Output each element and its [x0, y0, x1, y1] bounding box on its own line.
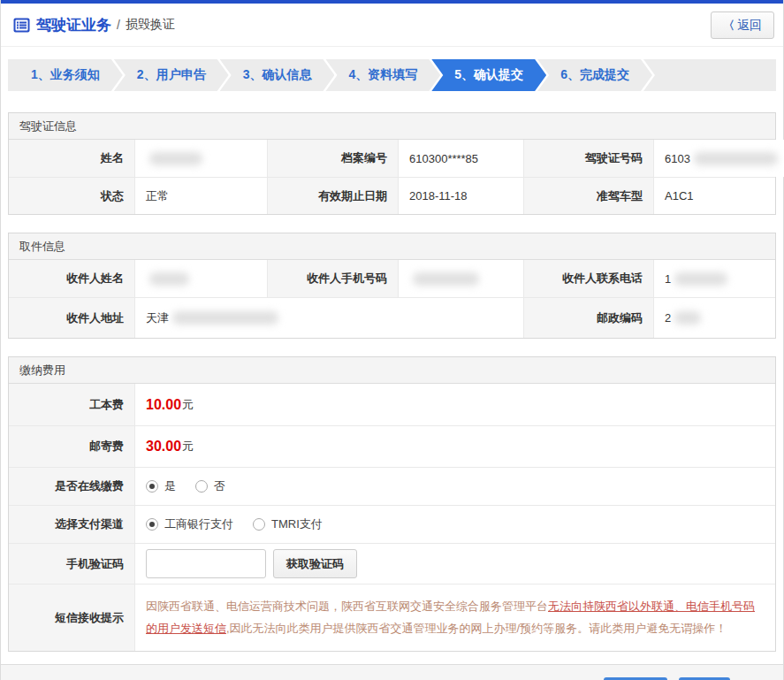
step-1-business-notice: 1、业务须知 — [8, 59, 123, 91]
license-menu-icon — [13, 17, 30, 34]
step-4-fill-materials: 4、资料填写 — [325, 59, 440, 91]
tmri-pay-label: TMRI支付 — [271, 516, 323, 532]
name-value — [134, 140, 267, 177]
postal-code-label: 邮政编码 — [523, 297, 653, 338]
step-5-confirm-submit: 5、确认提交 — [431, 59, 546, 91]
postal-code-value: 2 — [653, 297, 775, 338]
license-section-title: 驾驶证信息 — [9, 113, 775, 140]
main-content: 驾驶证信息 姓名 档案编号 610300****85 驾驶证号码 6103 状态… — [1, 91, 783, 652]
redacted-value — [172, 311, 278, 325]
sms-notice-label: 短信接收提示 — [9, 584, 134, 651]
prev-step-button[interactable]: 上一步 — [604, 677, 667, 680]
back-button-label: 返回 — [737, 18, 762, 34]
expiry-label: 有效期止日期 — [267, 177, 398, 214]
license-no-value: 6103 — [653, 140, 784, 177]
radio-tmri[interactable] — [253, 518, 265, 531]
production-fee-value: 10.00元 — [134, 384, 775, 425]
status-label: 状态 — [9, 177, 134, 214]
notice-text: 因陕西省联通、电信运营商技术问题，陕西省互联网交通安全综合服务管理平台 — [146, 600, 548, 613]
file-no-label: 档案编号 — [267, 140, 398, 177]
recipient-name-value — [134, 260, 267, 297]
payment-section-title: 缴纳费用 — [9, 357, 775, 384]
mailing-fee-label: 邮寄费 — [9, 425, 134, 467]
payment-channel-label: 选择支付渠道 — [9, 505, 134, 543]
breadcrumb-current: 损毁换证 — [126, 17, 175, 33]
radio-no-label: 否 — [214, 478, 225, 494]
back-button[interactable]: 〈 返回 — [711, 11, 774, 39]
step-6-complete-submit: 6、完成提交 — [537, 59, 652, 91]
file-no-value: 610300****85 — [398, 140, 523, 177]
step-3-confirm-info: 3、确认信息 — [220, 59, 335, 91]
tmri-pay-option[interactable]: TMRI支付 — [253, 516, 323, 532]
radio-icbc[interactable] — [146, 518, 158, 531]
status-value: 正常 — [134, 177, 267, 214]
footer-bar: 上一步 完成 — [1, 664, 783, 680]
sms-notice-text: 因陕西省联通、电信运营商技术问题，陕西省互联网交通安全综合服务管理平台无法向持陕… — [134, 584, 775, 651]
vehicle-class-value: A1C1 — [653, 177, 775, 214]
breadcrumb-separator: / — [117, 18, 120, 32]
recipient-address-value: 天津 — [134, 297, 523, 338]
redacted-value — [674, 272, 727, 286]
recipient-phone-value: 1 — [653, 260, 775, 297]
redacted-value — [149, 152, 202, 165]
recipient-mobile-value — [398, 260, 523, 297]
radio-no[interactable] — [195, 480, 208, 493]
vehicle-class-label: 准驾车型 — [523, 177, 653, 214]
production-fee-label: 工本费 — [9, 384, 134, 425]
redacted-value — [674, 311, 701, 325]
payment-channel-options: 工商银行支付 TMRI支付 — [134, 505, 775, 543]
recipient-address-label: 收件人地址 — [9, 297, 134, 338]
icbc-pay-label: 工商银行支付 — [164, 516, 233, 532]
chevron-left-icon: 〈 — [723, 18, 735, 34]
online-payment-label: 是否在线缴费 — [9, 467, 134, 505]
icbc-pay-option[interactable]: 工商银行支付 — [146, 516, 233, 532]
step-2-user-declaration: 2、用户申告 — [114, 59, 229, 91]
finish-button[interactable]: 完成 — [679, 677, 730, 680]
online-payment-options: 是 否 — [134, 467, 775, 505]
page-header: 驾驶证业务 / 损毁换证 〈 返回 — [1, 4, 783, 47]
expiry-value: 2018-11-18 — [398, 177, 523, 214]
get-code-button[interactable]: 获取验证码 — [273, 549, 357, 578]
step-wizard: 1、业务须知 2、用户申告 3、确认信息 4、资料填写 5、确认提交 6、完成提… — [8, 59, 776, 91]
online-yes-option[interactable]: 是 — [146, 478, 176, 494]
page-title: 驾驶证业务 — [36, 15, 111, 35]
payment-section: 缴纳费用 工本费 10.00元 邮寄费 30.00元 是否在线缴费 是 — [8, 356, 776, 652]
name-label: 姓名 — [9, 140, 134, 177]
radio-yes-label: 是 — [164, 478, 176, 494]
page: 驾驶证业务 / 损毁换证 〈 返回 1、业务须知 2、用户申告 3、确认信息 4… — [0, 0, 784, 680]
pickup-info-section: 取件信息 收件人姓名 收件人手机号码 收件人联系电话 1 收件人地址 天津 邮政… — [8, 233, 776, 339]
notice-text: ,因此无法向此类用户提供陕西省交通管理业务的网上办理/预约等服务。请此类用户避免… — [226, 622, 727, 635]
license-info-section: 驾驶证信息 姓名 档案编号 610300****85 驾驶证号码 6103 状态… — [8, 112, 776, 215]
sms-code-field: 获取验证码 — [134, 543, 775, 584]
redacted-value — [694, 152, 778, 165]
recipient-mobile-label: 收件人手机号码 — [267, 260, 398, 297]
redacted-value — [413, 272, 479, 286]
sms-code-label: 手机验证码 — [9, 543, 134, 584]
pickup-section-title: 取件信息 — [9, 233, 775, 260]
redacted-value — [149, 272, 189, 286]
sms-code-input[interactable] — [146, 549, 266, 578]
recipient-phone-label: 收件人联系电话 — [523, 260, 653, 297]
radio-yes[interactable] — [146, 480, 158, 493]
recipient-name-label: 收件人姓名 — [9, 260, 134, 297]
mailing-fee-value: 30.00元 — [134, 425, 775, 467]
license-no-label: 驾驶证号码 — [523, 140, 653, 177]
online-no-option[interactable]: 否 — [195, 478, 225, 494]
step-wizard-filler — [643, 59, 776, 91]
